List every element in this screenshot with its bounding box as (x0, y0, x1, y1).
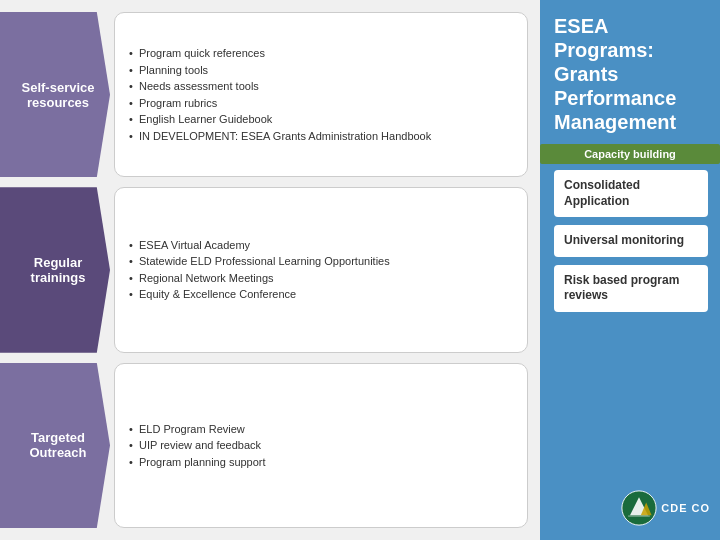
list-item: Planning tools (129, 62, 513, 79)
cde-text: CDE (661, 502, 687, 514)
capacity-label: Capacity building (540, 144, 720, 164)
list-item: UIP review and feedback (129, 437, 513, 454)
list-item: Regional Network Meetings (129, 270, 513, 287)
list-item: ELD Program Review (129, 421, 513, 438)
list-item: Needs assessment tools (129, 78, 513, 95)
row-self-service: Self-service resources Program quick ref… (0, 12, 528, 177)
content-self-service: Program quick references Planning tools … (114, 12, 528, 177)
right-panel: ESEA Programs: Grants Performance Manage… (540, 0, 720, 540)
content-targeted-outreach: ELD Program Review UIP review and feedba… (114, 363, 528, 528)
svg-marker-3 (628, 515, 650, 517)
list-item: Program rubrics (129, 95, 513, 112)
row-targeted-outreach: Targeted Outreach ELD Program Review UIP… (0, 363, 528, 528)
list-item: Equity & Excellence Conference (129, 286, 513, 303)
left-panel: Self-service resources Program quick ref… (0, 0, 540, 540)
list-trainings: ESEA Virtual Academy Statewide ELD Profe… (129, 237, 513, 303)
cde-logo: CDE CO (621, 490, 710, 526)
label-regular-trainings: Regular trainings (0, 187, 110, 352)
list-item: English Learner Guidebook (129, 111, 513, 128)
list-item: Program quick references (129, 45, 513, 62)
consolidated-application: Consolidated Application (554, 170, 708, 217)
row-regular-trainings: Regular trainings ESEA Virtual Academy S… (0, 187, 528, 352)
list-outreach: ELD Program Review UIP review and feedba… (129, 421, 513, 471)
list-item: ESEA Virtual Academy (129, 237, 513, 254)
label-self-service: Self-service resources (0, 12, 110, 177)
universal-monitoring: Universal monitoring (554, 225, 708, 257)
right-title: ESEA Programs: Grants Performance Manage… (554, 14, 708, 134)
list-item: Statewide ELD Professional Learning Oppo… (129, 253, 513, 270)
label-targeted-outreach: Targeted Outreach (0, 363, 110, 528)
list-item: IN DEVELOPMENT: ESEA Grants Administrati… (129, 128, 513, 145)
risk-based-program-reviews: Risk based program reviews (554, 265, 708, 312)
mountain-icon (621, 490, 657, 526)
list-self-service: Program quick references Planning tools … (129, 45, 513, 144)
state-text: CO (692, 502, 711, 514)
list-item: Program planning support (129, 454, 513, 471)
content-regular-trainings: ESEA Virtual Academy Statewide ELD Profe… (114, 187, 528, 352)
